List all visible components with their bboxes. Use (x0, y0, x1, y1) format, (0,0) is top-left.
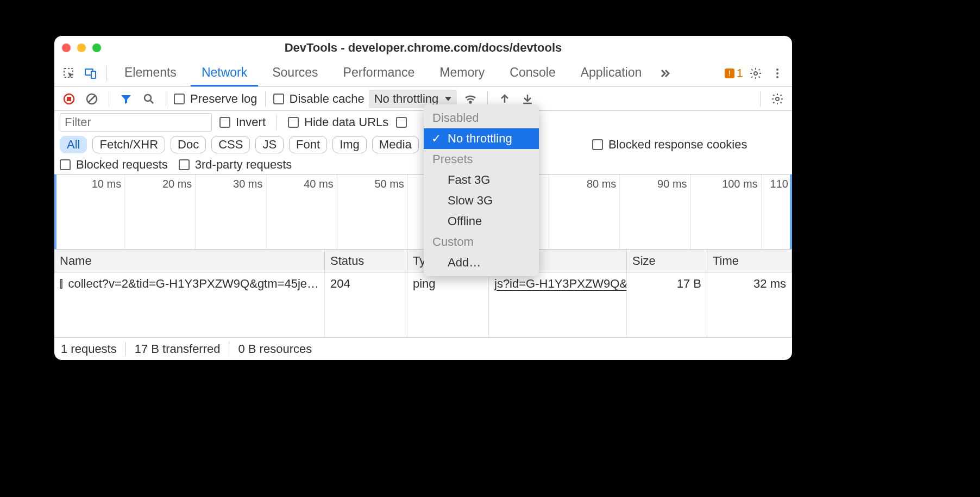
tab-network[interactable]: Network (191, 60, 258, 86)
dd-item-slow-3g[interactable]: Slow 3G (424, 190, 539, 211)
overview-right-handle[interactable] (790, 175, 792, 249)
checkbox-icon (396, 117, 407, 128)
tab-performance[interactable]: Performance (332, 60, 426, 86)
network-settings-icon[interactable] (768, 90, 787, 108)
network-toolbar: Preserve log Disable cache No throttling (54, 87, 792, 111)
initiator-link[interactable]: js?id=G-H1Y3PXZW9Q&l (494, 277, 627, 291)
hide-data-urls-label: Hide data URLs (304, 115, 388, 129)
hide-data-urls-checkbox[interactable]: Hide data URLs (288, 115, 388, 129)
dd-group-custom: Custom (424, 232, 539, 252)
resource-icon (60, 279, 62, 289)
issues-badge[interactable]: ! 1 (725, 66, 743, 80)
inspect-element-icon[interactable] (60, 64, 78, 83)
checkbox-icon (174, 94, 185, 104)
tick: 10 ms (54, 175, 125, 249)
separator (166, 91, 166, 107)
col-size[interactable]: Size (627, 250, 707, 272)
more-tabs-icon[interactable] (656, 64, 674, 83)
type-pill-js[interactable]: JS (255, 136, 284, 153)
minimize-window-button[interactable] (77, 44, 86, 52)
settings-icon[interactable] (746, 64, 765, 83)
table-header: Name Status Ty Size Time (54, 250, 792, 272)
cell-name-text: collect?v=2&tid=G-H1Y3PXZW9Q&gtm=45je… (68, 277, 319, 291)
checkbox-icon (219, 117, 230, 128)
tab-sources[interactable]: Sources (261, 60, 329, 86)
table-spacer (54, 295, 792, 337)
preserve-log-label: Preserve log (190, 92, 257, 106)
filter-icon[interactable] (117, 90, 135, 108)
tab-application[interactable]: Application (570, 60, 653, 86)
titlebar: DevTools - developer.chrome.com/docs/dev… (54, 36, 792, 60)
zoom-window-button[interactable] (92, 44, 101, 52)
blocked-requests-checkbox[interactable]: Blocked requests (60, 158, 168, 172)
timeline-overview[interactable]: 10 ms 20 ms 30 ms 40 ms 50 ms 80 ms 90 m… (54, 175, 792, 250)
checkbox-icon (273, 94, 284, 104)
invert-checkbox[interactable]: Invert (219, 115, 266, 129)
dd-item-fast-3g[interactable]: Fast 3G (424, 170, 539, 190)
blocked-response-cookies-checkbox[interactable]: Blocked response cookies (592, 138, 747, 152)
type-pill-css[interactable]: CSS (211, 136, 250, 153)
tab-elements[interactable]: Elements (114, 60, 187, 86)
window-title: DevTools - developer.chrome.com/docs/dev… (54, 41, 792, 55)
third-party-checkbox[interactable]: 3rd-party requests (179, 158, 292, 172)
svg-rect-2 (91, 71, 96, 78)
type-pill-img[interactable]: Img (332, 136, 367, 153)
truncated-checkbox[interactable] (396, 117, 407, 128)
table-row[interactable]: collect?v=2&tid=G-H1Y3PXZW9Q&gtm=45je… 2… (54, 272, 792, 295)
filter-input[interactable] (60, 113, 212, 132)
status-resources: 0 B resources (238, 342, 312, 356)
svg-point-4 (776, 69, 778, 71)
tab-memory[interactable]: Memory (429, 60, 495, 86)
svg-point-6 (776, 76, 778, 78)
separator (277, 115, 277, 130)
close-window-button[interactable] (62, 44, 71, 52)
blocked-requests-label: Blocked requests (76, 158, 168, 172)
preserve-log-checkbox[interactable]: Preserve log (174, 92, 257, 106)
type-filters: All Fetch/XHR Doc CSS JS Font Img Media … (60, 136, 787, 153)
cell-time: 32 ms (707, 272, 792, 295)
col-name[interactable]: Name (54, 250, 325, 272)
svg-point-11 (470, 101, 472, 103)
tick: 20 ms (125, 175, 196, 249)
search-icon[interactable] (140, 90, 158, 108)
tick: 100 ms (691, 175, 762, 249)
window-controls (62, 44, 101, 52)
blocked-response-cookies-label: Blocked response cookies (608, 138, 747, 152)
type-pill-fetch-xhr[interactable]: Fetch/XHR (92, 136, 165, 153)
record-button[interactable] (60, 90, 78, 108)
checkbox-icon (179, 159, 190, 170)
table-body: collect?v=2&tid=G-H1Y3PXZW9Q&gtm=45je… 2… (54, 272, 792, 337)
type-pill-all[interactable]: All (60, 136, 87, 153)
tick: 50 ms (337, 175, 408, 249)
dd-item-offline[interactable]: Offline (424, 211, 539, 232)
tick: 30 ms (196, 175, 266, 249)
svg-point-5 (776, 72, 778, 74)
checkbox-icon (592, 139, 603, 150)
kebab-menu-icon[interactable] (768, 64, 787, 83)
type-pill-media[interactable]: Media (372, 136, 419, 153)
clear-button[interactable] (83, 90, 101, 108)
disable-cache-checkbox[interactable]: Disable cache (273, 92, 365, 106)
type-pill-doc[interactable]: Doc (171, 136, 206, 153)
separator (229, 342, 229, 356)
col-status[interactable]: Status (325, 250, 407, 272)
svg-point-12 (776, 97, 779, 101)
third-party-label: 3rd-party requests (195, 158, 292, 172)
separator (109, 91, 109, 107)
svg-rect-8 (67, 97, 71, 101)
throttling-dropdown: Disabled No throttling Presets Fast 3G S… (424, 104, 539, 276)
cell-size: 17 B (627, 272, 707, 295)
col-time[interactable]: Time (707, 250, 792, 272)
dd-item-add[interactable]: Add… (424, 252, 539, 273)
dd-group-disabled: Disabled (424, 108, 539, 128)
warning-icon: ! (725, 69, 734, 78)
status-transferred: 17 B transferred (135, 342, 221, 356)
status-requests: 1 requests (61, 342, 117, 356)
device-toolbar-icon[interactable] (81, 64, 100, 83)
type-pill-font[interactable]: Font (289, 136, 327, 153)
filter-bar: Invert Hide data URLs All Fetch/XHR Doc … (54, 111, 792, 175)
dd-item-no-throttling[interactable]: No throttling (424, 128, 539, 149)
svg-point-3 (754, 72, 757, 75)
chevron-down-icon (445, 97, 451, 101)
tab-console[interactable]: Console (499, 60, 566, 86)
